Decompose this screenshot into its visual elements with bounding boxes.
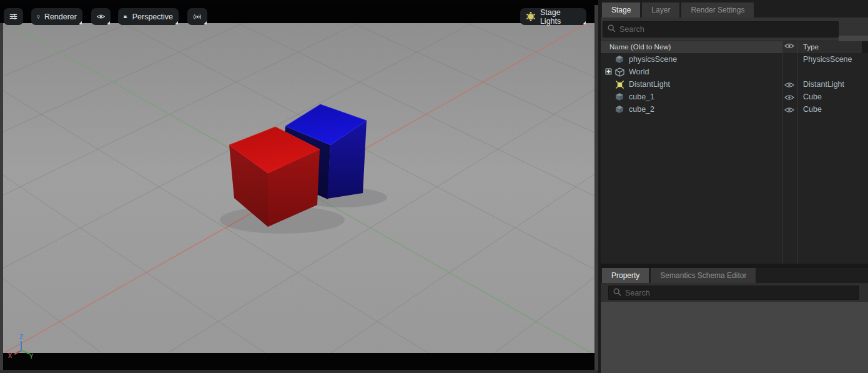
table-row-World[interactable]: World <box>601 66 868 78</box>
property-search-input[interactable] <box>625 286 856 299</box>
visibility-eye-icon[interactable] <box>784 94 794 102</box>
eye-icon <box>97 13 105 20</box>
prim-name: physicsScene <box>629 53 677 66</box>
right-panel: Stage Layer Render Settings <box>601 0 868 373</box>
viewport-3d[interactable]: Z X Y Renderer <box>0 0 601 373</box>
prim-name: World <box>629 66 649 78</box>
prim-type: Cube <box>803 103 822 116</box>
column-header-visibility[interactable] <box>784 42 794 51</box>
renderer-button[interactable]: Renderer <box>31 8 82 25</box>
stage-lights-button[interactable]: Stage Lights <box>520 8 586 25</box>
viewport-footer-strip <box>0 370 598 373</box>
tab-semantics-schema-editor[interactable]: Semantics Schema Editor <box>651 268 756 283</box>
property-search-row <box>601 283 868 302</box>
light-icon <box>615 80 624 91</box>
camera-perspective-button[interactable]: Perspective <box>118 8 179 25</box>
property-tabbar: Property Semantics Schema Editor <box>601 268 868 283</box>
xform-icon <box>615 67 624 79</box>
renderer-button-label: Renderer <box>44 12 77 21</box>
prim-name: DistantLight <box>629 78 670 91</box>
table-row-physicsScene[interactable]: physicsScene PhysicsScene <box>601 53 868 66</box>
tab-property[interactable]: Property <box>602 268 649 283</box>
axis-z-label: Z <box>19 333 24 341</box>
viewport-canvas[interactable]: Z X Y <box>3 5 594 370</box>
panel-divider-horizontal[interactable] <box>601 264 868 268</box>
prim-type: PhysicsScene <box>803 53 852 66</box>
search-icon <box>608 24 616 35</box>
signal-icon <box>193 12 202 21</box>
column-header-type[interactable]: Type <box>803 41 819 53</box>
prim-name: cube_1 <box>629 91 654 103</box>
tab-render-settings[interactable]: Render Settings <box>681 2 754 17</box>
stage-lights-button-label: Stage Lights <box>540 8 581 26</box>
stage-search-input[interactable] <box>619 22 836 37</box>
visibility-button[interactable] <box>91 8 111 25</box>
expand-icon[interactable] <box>605 68 612 77</box>
prim-name: cube_2 <box>629 103 654 116</box>
visibility-eye-icon[interactable] <box>784 106 794 115</box>
broadcast-button[interactable] <box>187 8 207 25</box>
stage-tabbar: Stage Layer Render Settings <box>601 0 868 17</box>
prim-type: DistantLight <box>803 78 844 91</box>
property-content-empty <box>601 302 868 373</box>
header-corner <box>862 41 868 53</box>
lightbulb-icon <box>37 12 40 22</box>
axis-x-label: X <box>8 352 12 359</box>
stage-lights-icon <box>526 11 536 22</box>
sliders-icon <box>9 12 17 21</box>
omniverse-window: Z X Y Renderer <box>0 0 868 373</box>
search-icon <box>613 287 621 299</box>
perspective-button-label: Perspective <box>132 12 173 21</box>
table-row-cube_1[interactable]: cube_1 Cube <box>601 91 868 103</box>
tab-layer[interactable]: Layer <box>642 2 679 17</box>
table-row-DistantLight[interactable]: DistantLight DistantLight <box>601 78 868 91</box>
tree-header: Name (Old to New) Type <box>601 41 868 53</box>
column-header-name[interactable]: Name (Old to New) <box>601 41 782 53</box>
cube-icon <box>615 92 624 103</box>
axis-y-label: Y <box>29 353 34 360</box>
tab-stage[interactable]: Stage <box>602 2 640 17</box>
visibility-eye-icon[interactable] <box>784 81 794 90</box>
cube-icon <box>615 105 624 116</box>
table-row-cube_2[interactable]: cube_2 Cube <box>601 103 868 116</box>
stage-search-row <box>601 17 868 41</box>
cube-icon <box>615 55 624 66</box>
prim-type: Cube <box>803 91 822 103</box>
viewport-settings-button[interactable] <box>4 8 23 25</box>
camera-icon <box>124 12 128 21</box>
